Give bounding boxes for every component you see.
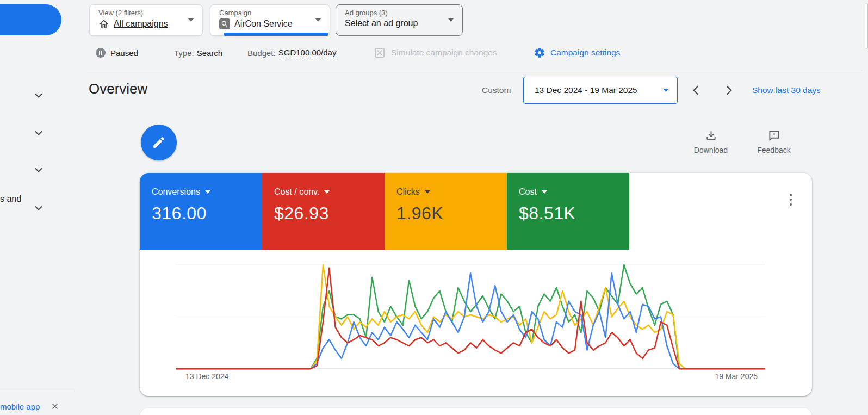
simulate-label: Simulate campaign changes xyxy=(391,48,497,58)
scorecard-cost[interactable]: Cost $8.51K xyxy=(507,173,629,250)
feedback-button[interactable]: Feedback xyxy=(751,129,797,154)
campaign-status: Paused xyxy=(96,45,138,61)
view-filter-label: View (2 filters) xyxy=(98,9,195,17)
download-label: Download xyxy=(694,146,728,154)
show-last-30-days-link[interactable]: Show last 30 days xyxy=(752,85,821,95)
budget-value[interactable]: SGD100.00/day xyxy=(278,48,337,58)
campaign-search-icon xyxy=(219,18,230,29)
campaign-settings-button[interactable]: Campaign settings xyxy=(534,45,620,61)
download-icon xyxy=(705,129,717,142)
sidebar-section-toggle[interactable] xyxy=(32,201,45,214)
status-text: Paused xyxy=(110,48,138,58)
sidebar-promo-divider xyxy=(0,391,75,391)
simulate-changes-button: Simulate campaign changes xyxy=(373,45,497,61)
type-value: Search xyxy=(197,48,223,58)
sidebar-section-toggle[interactable] xyxy=(32,163,45,176)
chevron-left-icon xyxy=(689,83,703,97)
card-overflow-menu[interactable] xyxy=(786,193,796,207)
feedback-label: Feedback xyxy=(757,146,790,154)
chevron-down-icon[interactable] xyxy=(324,190,330,194)
campaign-type: Type: Search xyxy=(174,45,222,61)
chevron-down-icon xyxy=(315,18,321,22)
simulate-icon xyxy=(373,46,386,59)
scrollbar-thumb[interactable] xyxy=(865,3,868,49)
mobile-app-link[interactable]: mobile app xyxy=(0,402,40,411)
chevron-down-icon xyxy=(448,18,454,22)
chevron-down-icon xyxy=(32,201,45,214)
chevron-down-icon[interactable] xyxy=(205,190,210,194)
scorecard-label: Clicks xyxy=(396,187,420,197)
campaign-label: Campaign xyxy=(219,9,322,17)
chevron-down-icon xyxy=(32,163,45,176)
chevron-down-icon[interactable] xyxy=(542,190,547,194)
budget-label: Budget: xyxy=(247,48,276,58)
line-chart xyxy=(176,255,765,379)
campaign-settings-label: Campaign settings xyxy=(550,48,620,58)
type-label: Type: xyxy=(174,48,194,58)
overview-card: Conversions 316.00 Cost / conv. $26.93 C… xyxy=(140,173,812,396)
chart-line-cost-conv xyxy=(176,268,765,369)
scorecard-label: Conversions xyxy=(152,187,200,197)
paused-icon xyxy=(96,48,106,58)
scorecard-conversions[interactable]: Conversions 316.00 xyxy=(140,173,262,250)
sidebar-item-truncated[interactable]: s and xyxy=(0,194,21,204)
header-divider xyxy=(87,70,862,70)
x-axis-end-label: 19 Mar 2025 xyxy=(715,372,758,381)
chevron-right-icon xyxy=(722,83,736,97)
scorecard-label: Cost / conv. xyxy=(274,187,319,197)
scorecard-value: 316.00 xyxy=(152,203,262,224)
scorecards: Conversions 316.00 Cost / conv. $26.93 C… xyxy=(140,173,812,250)
scorecard-cost-per-conv[interactable]: Cost / conv. $26.93 xyxy=(262,173,385,250)
sidebar-section-toggle[interactable] xyxy=(32,126,45,139)
chevron-down-icon xyxy=(663,89,668,92)
view-filter-value: All campaigns xyxy=(114,19,168,29)
campaign-dropdown[interactable]: Campaign AirCon Service xyxy=(210,4,330,36)
scorecard-value: $8.51K xyxy=(519,203,629,224)
date-range-value: 13 Dec 2024 - 19 Mar 2025 xyxy=(535,85,637,95)
home-icon xyxy=(98,18,109,29)
close-icon[interactable] xyxy=(50,401,60,411)
scorecard-value: 1.96K xyxy=(396,203,507,224)
campaign-value: AirCon Service xyxy=(234,19,293,29)
next-period-button[interactable] xyxy=(721,83,736,98)
chevron-down-icon[interactable] xyxy=(425,190,430,194)
scorecard-clicks[interactable]: Clicks 1.96K xyxy=(385,173,507,250)
x-axis-start-label: 13 Dec 2024 xyxy=(185,372,228,381)
scorecard-label: Cost xyxy=(519,187,537,197)
chevron-down-icon xyxy=(188,18,194,22)
scorecard-value: $26.93 xyxy=(274,203,385,224)
ad-groups-value: Select an ad group xyxy=(345,18,418,28)
chevron-down-icon xyxy=(32,89,45,102)
date-range-type: Custom xyxy=(482,85,511,95)
previous-period-button[interactable] xyxy=(689,83,704,98)
performance-chart[interactable]: 13 Dec 2024 19 Mar 2025 xyxy=(176,255,765,379)
date-range-picker[interactable]: 13 Dec 2024 - 19 Mar 2025 xyxy=(523,77,678,104)
page-title: Overview xyxy=(89,80,147,97)
ad-groups-label: Ad groups (3) xyxy=(345,9,455,17)
download-button[interactable]: Download xyxy=(688,129,734,154)
campaign-active-indicator xyxy=(224,33,328,36)
ad-groups-dropdown[interactable]: Ad groups (3) Select an ad group xyxy=(336,4,463,36)
feedback-icon xyxy=(768,129,780,142)
scrollbar[interactable] xyxy=(864,0,868,415)
chart-line-conversions xyxy=(176,273,765,369)
pencil-icon xyxy=(152,135,166,150)
next-section-card xyxy=(140,408,812,415)
edit-button[interactable] xyxy=(141,125,177,160)
chevron-down-icon xyxy=(32,126,45,139)
sidebar-section-toggle[interactable] xyxy=(32,89,45,102)
campaign-budget[interactable]: Budget: SGD100.00/day xyxy=(247,45,336,61)
gear-icon xyxy=(534,47,545,59)
view-filter-dropdown[interactable]: View (2 filters) All campaigns xyxy=(89,4,203,36)
create-button[interactable] xyxy=(0,4,61,35)
